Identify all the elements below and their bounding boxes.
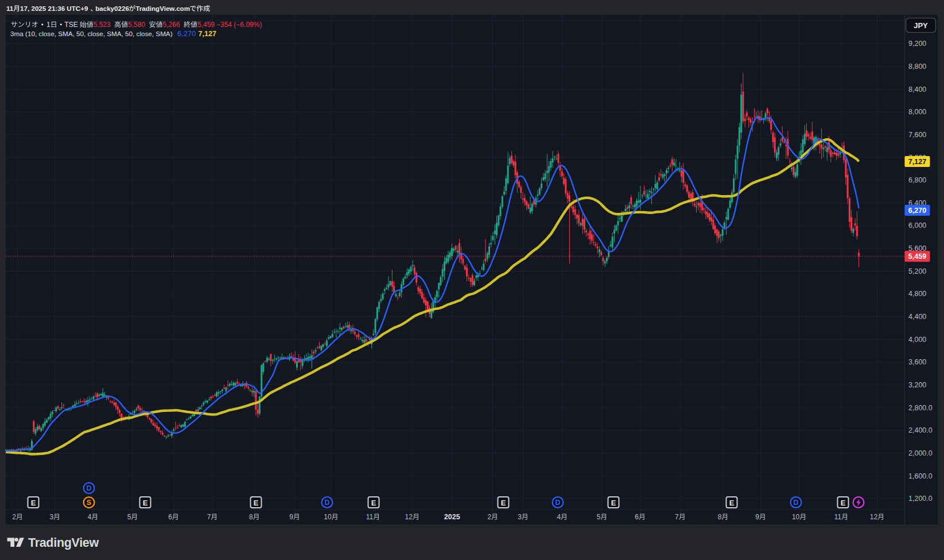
svg-text:E: E <box>31 499 36 507</box>
svg-text:D: D <box>324 499 329 507</box>
svg-text:17, 2025 21:36 UTC+9: 17, 2025 21:36 UTC+9 <box>20 5 88 12</box>
svg-text:TradingView: TradingView <box>28 536 99 550</box>
svg-text:TradingView.com: TradingView.com <box>135 5 190 12</box>
svg-text:JPY: JPY <box>914 21 928 30</box>
svg-text:9: 9 <box>755 513 759 521</box>
svg-text:TSE: TSE <box>64 21 77 29</box>
svg-text:1,600.0: 1,600.0 <box>908 472 933 480</box>
svg-text:8,000: 8,000 <box>908 108 926 116</box>
svg-text:E: E <box>143 499 148 507</box>
svg-text:6: 6 <box>168 513 172 521</box>
svg-text:5,459: 5,459 <box>197 21 215 29</box>
svg-text:7: 7 <box>207 513 211 521</box>
svg-text:5,200: 5,200 <box>908 267 926 275</box>
svg-text:12: 12 <box>870 513 878 521</box>
svg-text:7,127: 7,127 <box>908 158 926 166</box>
svg-text:1,200.0: 1,200.0 <box>908 495 933 503</box>
svg-text:6: 6 <box>635 513 639 521</box>
svg-text:E: E <box>729 499 735 507</box>
svg-text:3,600: 3,600 <box>908 358 926 366</box>
svg-text:10: 10 <box>324 513 332 521</box>
svg-text:10: 10 <box>792 513 800 521</box>
svg-text:8,400: 8,400 <box>908 85 926 94</box>
svg-text:4,000: 4,000 <box>908 336 926 344</box>
svg-text:E: E <box>501 499 506 507</box>
svg-text:5: 5 <box>597 513 601 521</box>
svg-text:3,200: 3,200 <box>908 381 926 389</box>
svg-text:5,459: 5,459 <box>908 252 926 260</box>
svg-text:E: E <box>254 499 259 507</box>
svg-text:2025: 2025 <box>444 513 460 521</box>
svg-text:E: E <box>611 499 616 507</box>
svg-text:7: 7 <box>675 513 679 521</box>
svg-text:1: 1 <box>46 21 50 29</box>
svg-text:11: 11 <box>834 513 842 521</box>
svg-text:9,200: 9,200 <box>908 40 926 48</box>
svg-text:9: 9 <box>289 513 293 521</box>
svg-text:12: 12 <box>405 513 413 521</box>
svg-text:6,000: 6,000 <box>908 221 926 230</box>
svg-text:2,000.0: 2,000.0 <box>908 449 933 457</box>
svg-text:5,580: 5,580 <box>128 21 145 29</box>
svg-text:E: E <box>371 499 376 507</box>
svg-text:6,800: 6,800 <box>908 176 926 184</box>
svg-text:3: 3 <box>49 513 53 521</box>
svg-text:D: D <box>86 484 91 492</box>
svg-text:4,800: 4,800 <box>908 290 926 298</box>
svg-text:4: 4 <box>88 513 92 521</box>
svg-text:6,270: 6,270 <box>908 207 926 215</box>
svg-text:2: 2 <box>487 513 491 521</box>
svg-text:D: D <box>555 499 560 507</box>
svg-text:8,800: 8,800 <box>908 63 926 71</box>
svg-text:11: 11 <box>366 513 374 521</box>
svg-text:5,266: 5,266 <box>163 21 180 29</box>
svg-text:2,800.0: 2,800.0 <box>908 404 933 412</box>
svg-text:8: 8 <box>249 513 253 521</box>
svg-text:5: 5 <box>127 513 131 521</box>
svg-text:2,400.0: 2,400.0 <box>908 426 933 434</box>
svg-text:11: 11 <box>6 5 14 12</box>
svg-text:E: E <box>841 499 846 507</box>
svg-text:5,523: 5,523 <box>94 21 111 29</box>
svg-text:4: 4 <box>557 513 561 521</box>
svg-text:7,600: 7,600 <box>908 131 926 139</box>
svg-text:S: S <box>87 499 91 507</box>
svg-text:6,270: 6,270 <box>177 29 196 38</box>
svg-text:7,127: 7,127 <box>199 30 217 38</box>
svg-text:D: D <box>793 499 798 507</box>
svg-text:−354 (−6.09%): −354 (−6.09%) <box>216 21 262 29</box>
svg-text:8: 8 <box>718 513 722 521</box>
svg-text:3: 3 <box>518 513 522 521</box>
svg-text:3ma (10, close, SMA, 50, close: 3ma (10, close, SMA, 50, close, SMA, 50,… <box>10 30 173 37</box>
svg-text:4,400: 4,400 <box>908 313 926 321</box>
svg-text:backy0226: backy0226 <box>95 5 129 12</box>
svg-text:2: 2 <box>12 513 16 521</box>
